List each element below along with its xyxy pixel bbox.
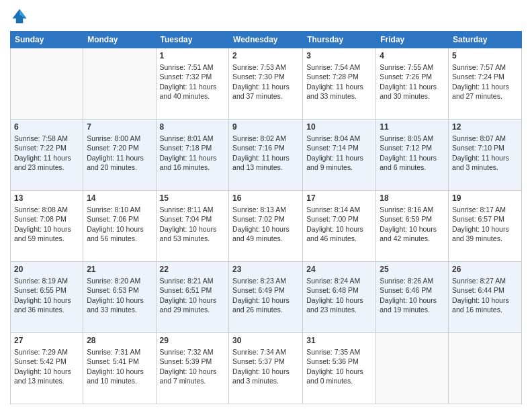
day-number: 21 xyxy=(87,264,152,275)
day-info: Sunrise: 7:55 AM Sunset: 7:26 PM Dayligh… xyxy=(380,62,445,101)
day-cell: 29Sunrise: 7:32 AM Sunset: 5:39 PM Dayli… xyxy=(156,333,229,404)
day-number: 26 xyxy=(452,264,518,275)
day-cell: 11Sunrise: 8:05 AM Sunset: 7:12 PM Dayli… xyxy=(376,120,449,191)
week-row-3: 13Sunrise: 8:08 AM Sunset: 7:08 PM Dayli… xyxy=(11,191,522,262)
day-cell: 6Sunrise: 7:58 AM Sunset: 7:22 PM Daylig… xyxy=(11,120,83,191)
day-cell: 15Sunrise: 8:11 AM Sunset: 7:04 PM Dayli… xyxy=(156,191,229,262)
day-number: 23 xyxy=(232,264,299,275)
day-info: Sunrise: 8:11 AM Sunset: 7:04 PM Dayligh… xyxy=(160,205,226,243)
day-info: Sunrise: 7:35 AM Sunset: 5:36 PM Dayligh… xyxy=(306,347,372,385)
day-info: Sunrise: 8:01 AM Sunset: 7:18 PM Dayligh… xyxy=(160,134,226,172)
logo xyxy=(10,7,32,26)
day-number: 5 xyxy=(452,50,518,61)
header-row: SundayMondayTuesdayWednesdayThursdayFrid… xyxy=(11,32,522,48)
day-cell: 7Sunrise: 8:00 AM Sunset: 7:20 PM Daylig… xyxy=(83,120,156,191)
day-number: 9 xyxy=(232,122,299,132)
day-number: 3 xyxy=(306,50,372,61)
day-cell xyxy=(11,48,83,120)
day-number: 10 xyxy=(306,122,372,132)
day-info: Sunrise: 8:21 AM Sunset: 6:51 PM Dayligh… xyxy=(160,276,226,314)
column-header-saturday: Saturday xyxy=(449,32,522,48)
page: SundayMondayTuesdayWednesdayThursdayFrid… xyxy=(0,0,532,411)
day-number: 27 xyxy=(14,335,79,346)
header xyxy=(10,7,522,26)
column-header-tuesday: Tuesday xyxy=(156,32,229,48)
day-number: 14 xyxy=(87,193,152,203)
day-cell: 8Sunrise: 8:01 AM Sunset: 7:18 PM Daylig… xyxy=(156,120,229,191)
day-cell: 26Sunrise: 8:27 AM Sunset: 6:44 PM Dayli… xyxy=(449,262,522,333)
day-info: Sunrise: 8:07 AM Sunset: 7:10 PM Dayligh… xyxy=(452,134,518,172)
day-number: 7 xyxy=(87,122,152,132)
column-header-monday: Monday xyxy=(83,32,156,48)
day-info: Sunrise: 8:17 AM Sunset: 6:57 PM Dayligh… xyxy=(452,205,518,243)
day-number: 2 xyxy=(232,50,299,61)
day-info: Sunrise: 8:02 AM Sunset: 7:16 PM Dayligh… xyxy=(232,134,299,172)
day-cell: 17Sunrise: 8:14 AM Sunset: 7:00 PM Dayli… xyxy=(303,191,376,262)
day-number: 20 xyxy=(14,264,79,275)
day-info: Sunrise: 8:10 AM Sunset: 7:06 PM Dayligh… xyxy=(87,205,152,243)
day-info: Sunrise: 8:19 AM Sunset: 6:55 PM Dayligh… xyxy=(14,276,79,314)
day-info: Sunrise: 7:32 AM Sunset: 5:39 PM Dayligh… xyxy=(160,347,226,385)
day-info: Sunrise: 8:08 AM Sunset: 7:08 PM Dayligh… xyxy=(14,205,79,243)
day-info: Sunrise: 8:05 AM Sunset: 7:12 PM Dayligh… xyxy=(380,134,445,172)
day-info: Sunrise: 7:51 AM Sunset: 7:32 PM Dayligh… xyxy=(160,62,226,101)
day-info: Sunrise: 7:54 AM Sunset: 7:28 PM Dayligh… xyxy=(306,62,372,101)
day-cell: 22Sunrise: 8:21 AM Sunset: 6:51 PM Dayli… xyxy=(156,262,229,333)
day-number: 16 xyxy=(232,193,299,203)
day-info: Sunrise: 8:24 AM Sunset: 6:48 PM Dayligh… xyxy=(306,276,372,314)
day-cell: 30Sunrise: 7:34 AM Sunset: 5:37 PM Dayli… xyxy=(229,333,303,404)
day-cell: 18Sunrise: 8:16 AM Sunset: 6:59 PM Dayli… xyxy=(376,191,449,262)
day-cell: 25Sunrise: 8:26 AM Sunset: 6:46 PM Dayli… xyxy=(376,262,449,333)
day-cell: 31Sunrise: 7:35 AM Sunset: 5:36 PM Dayli… xyxy=(303,333,376,404)
day-cell: 10Sunrise: 8:04 AM Sunset: 7:14 PM Dayli… xyxy=(303,120,376,191)
day-cell: 27Sunrise: 7:29 AM Sunset: 5:42 PM Dayli… xyxy=(11,333,83,404)
day-info: Sunrise: 8:00 AM Sunset: 7:20 PM Dayligh… xyxy=(87,134,152,172)
day-cell: 23Sunrise: 8:23 AM Sunset: 6:49 PM Dayli… xyxy=(229,262,303,333)
day-number: 15 xyxy=(160,193,226,203)
day-info: Sunrise: 8:23 AM Sunset: 6:49 PM Dayligh… xyxy=(232,276,299,314)
day-number: 29 xyxy=(160,335,226,346)
day-info: Sunrise: 7:57 AM Sunset: 7:24 PM Dayligh… xyxy=(452,62,518,101)
day-number: 18 xyxy=(380,193,445,203)
week-row-1: 1Sunrise: 7:51 AM Sunset: 7:32 PM Daylig… xyxy=(11,48,522,120)
day-info: Sunrise: 8:13 AM Sunset: 7:02 PM Dayligh… xyxy=(232,205,299,243)
day-number: 8 xyxy=(160,122,226,132)
day-info: Sunrise: 7:34 AM Sunset: 5:37 PM Dayligh… xyxy=(232,347,299,385)
day-info: Sunrise: 8:04 AM Sunset: 7:14 PM Dayligh… xyxy=(306,134,372,172)
column-header-wednesday: Wednesday xyxy=(229,32,303,48)
day-info: Sunrise: 8:16 AM Sunset: 6:59 PM Dayligh… xyxy=(380,205,445,243)
column-header-friday: Friday xyxy=(376,32,449,48)
day-cell: 12Sunrise: 8:07 AM Sunset: 7:10 PM Dayli… xyxy=(449,120,522,191)
day-cell: 3Sunrise: 7:54 AM Sunset: 7:28 PM Daylig… xyxy=(303,48,376,120)
day-number: 12 xyxy=(452,122,518,132)
week-row-4: 20Sunrise: 8:19 AM Sunset: 6:55 PM Dayli… xyxy=(11,262,522,333)
day-number: 19 xyxy=(452,193,518,203)
day-cell: 1Sunrise: 7:51 AM Sunset: 7:32 PM Daylig… xyxy=(156,48,229,120)
calendar-table: SundayMondayTuesdayWednesdayThursdayFrid… xyxy=(10,31,522,404)
day-cell: 21Sunrise: 8:20 AM Sunset: 6:53 PM Dayli… xyxy=(83,262,156,333)
day-number: 1 xyxy=(160,50,226,61)
day-number: 13 xyxy=(14,193,79,203)
day-number: 4 xyxy=(380,50,445,61)
day-cell: 13Sunrise: 8:08 AM Sunset: 7:08 PM Dayli… xyxy=(11,191,83,262)
week-row-2: 6Sunrise: 7:58 AM Sunset: 7:22 PM Daylig… xyxy=(11,120,522,191)
day-cell: 2Sunrise: 7:53 AM Sunset: 7:30 PM Daylig… xyxy=(229,48,303,120)
day-cell: 20Sunrise: 8:19 AM Sunset: 6:55 PM Dayli… xyxy=(11,262,83,333)
column-header-thursday: Thursday xyxy=(303,32,376,48)
day-cell: 24Sunrise: 8:24 AM Sunset: 6:48 PM Dayli… xyxy=(303,262,376,333)
day-info: Sunrise: 7:58 AM Sunset: 7:22 PM Dayligh… xyxy=(14,134,79,172)
week-row-5: 27Sunrise: 7:29 AM Sunset: 5:42 PM Dayli… xyxy=(11,333,522,404)
day-info: Sunrise: 8:26 AM Sunset: 6:46 PM Dayligh… xyxy=(380,276,445,314)
day-cell: 5Sunrise: 7:57 AM Sunset: 7:24 PM Daylig… xyxy=(449,48,522,120)
day-cell: 16Sunrise: 8:13 AM Sunset: 7:02 PM Dayli… xyxy=(229,191,303,262)
day-cell: 28Sunrise: 7:31 AM Sunset: 5:41 PM Dayli… xyxy=(83,333,156,404)
calendar-body: 1Sunrise: 7:51 AM Sunset: 7:32 PM Daylig… xyxy=(11,48,522,404)
day-number: 28 xyxy=(87,335,152,346)
day-number: 31 xyxy=(306,335,372,346)
day-info: Sunrise: 8:20 AM Sunset: 6:53 PM Dayligh… xyxy=(87,276,152,314)
day-cell xyxy=(449,333,522,404)
day-info: Sunrise: 8:14 AM Sunset: 7:00 PM Dayligh… xyxy=(306,205,372,243)
day-number: 11 xyxy=(380,122,445,132)
calendar-header: SundayMondayTuesdayWednesdayThursdayFrid… xyxy=(11,32,522,48)
day-info: Sunrise: 7:31 AM Sunset: 5:41 PM Dayligh… xyxy=(87,347,152,385)
